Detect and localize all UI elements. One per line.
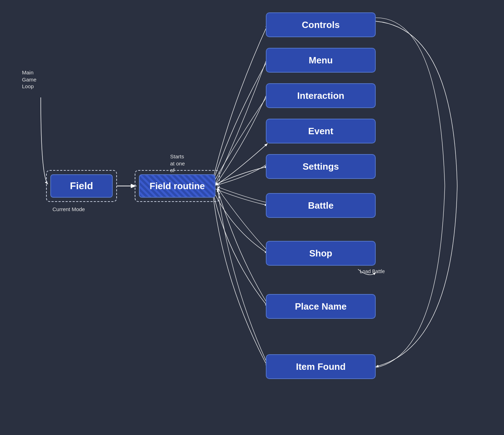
node-item-found-label: Item Found	[296, 361, 346, 372]
node-interaction-label: Interaction	[297, 90, 345, 101]
node-controls: Controls	[266, 12, 376, 37]
node-menu-label: Menu	[309, 55, 333, 66]
node-event-label: Event	[308, 126, 334, 137]
node-controls-label: Controls	[302, 19, 340, 30]
starts-label: Starts at one of	[170, 153, 185, 174]
node-battle: Battle	[266, 193, 376, 218]
node-settings: Settings	[266, 154, 376, 179]
node-place-name-label: Place Name	[295, 301, 347, 312]
current-mode-label: Current Mode	[52, 206, 85, 212]
node-item-found: Item Found	[266, 354, 376, 379]
load-battle-label: Load Battle	[360, 269, 385, 274]
node-settings-label: Settings	[303, 161, 339, 172]
node-event: Event	[266, 119, 376, 143]
field-routine-label: Field routine	[150, 181, 205, 192]
main-game-loop-label: Main Game Loop	[22, 69, 37, 90]
node-interaction: Interaction	[266, 83, 376, 108]
node-battle-label: Battle	[308, 200, 334, 211]
node-place-name: Place Name	[266, 294, 376, 319]
field-routine-node: Field routine	[139, 174, 215, 198]
node-shop-label: Shop	[309, 248, 332, 259]
arrows-svg	[0, 0, 504, 435]
field-label: Field	[70, 180, 93, 192]
node-shop: Shop	[266, 241, 376, 266]
diagram-container: Main Game Loop Field Current Mode Field …	[0, 0, 504, 435]
node-menu: Menu	[266, 48, 376, 73]
field-node: Field	[50, 174, 113, 198]
